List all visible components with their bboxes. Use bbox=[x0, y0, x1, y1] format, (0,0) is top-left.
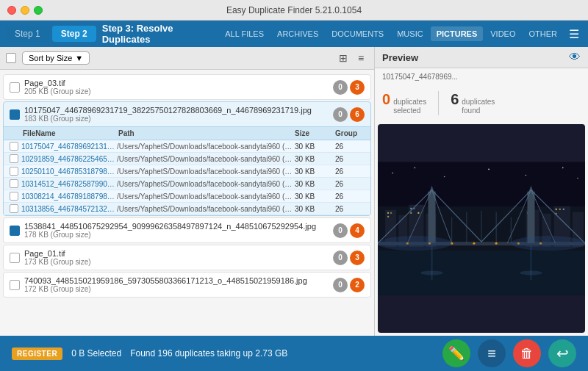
tab-all-files[interactable]: ALL FILES bbox=[219, 26, 270, 41]
tab-other[interactable]: OTHER bbox=[523, 26, 564, 41]
row-checkbox[interactable] bbox=[10, 179, 18, 188]
svg-point-60 bbox=[562, 168, 564, 169]
table-row[interactable]: 10308214_44678918879843_7628... /Users/Y… bbox=[4, 190, 370, 203]
view-toggle: ⊞ ≡ bbox=[336, 51, 368, 65]
row-checkbox[interactable] bbox=[10, 154, 18, 163]
svg-point-51 bbox=[420, 270, 442, 275]
group-size: 205 KB (Group size) bbox=[24, 87, 327, 96]
group-item-expanded: 10175047_44678969231719_3822575012782880… bbox=[3, 101, 371, 216]
table-header: FileName Path Size Group bbox=[4, 127, 370, 140]
row-filename: 10308214_44678918879843_7628... bbox=[21, 192, 117, 201]
duplicates-selected-label: duplicatesselected bbox=[393, 98, 426, 115]
table-row[interactable]: 10250110_44678531879823_7629... /Users/Y… bbox=[4, 165, 370, 178]
found-status: Found 196 duplicates taking up 2.73 GB bbox=[130, 348, 287, 359]
row-size: 30 KB bbox=[295, 143, 335, 151]
row-filename: 10313856_44678457213223_3659... bbox=[21, 205, 117, 213]
table-row[interactable]: 10291859_44678622546539_2003... /Users/Y… bbox=[4, 153, 370, 165]
group-filename: Page_01.tif bbox=[24, 249, 327, 258]
group-size: 183 KB (Group size) bbox=[24, 115, 327, 123]
tab-video[interactable]: VIDEO bbox=[484, 26, 521, 41]
traffic-lights bbox=[7, 6, 43, 15]
svg-rect-22 bbox=[563, 209, 564, 210]
duplicates-found-count: 6 bbox=[451, 91, 459, 108]
table-row[interactable]: 10175047_446789692131719_3822... /Users/… bbox=[4, 140, 370, 153]
stat-divider bbox=[438, 91, 439, 115]
selected-badge: 0 bbox=[333, 107, 348, 122]
group-checkbox[interactable] bbox=[10, 253, 20, 263]
nav-tabs: ALL FILES ARCHIVES DOCUMENTS MUSIC PICTU… bbox=[219, 26, 563, 41]
svg-rect-26 bbox=[527, 192, 534, 244]
group-size: 173 KB (Group size) bbox=[24, 258, 327, 266]
row-filename: 10314512_44678258799096_6518... bbox=[21, 180, 117, 188]
group-item: 1538841_448510675292954_9099962635849789… bbox=[3, 217, 371, 243]
maximize-button[interactable] bbox=[34, 6, 43, 15]
svg-point-54 bbox=[511, 236, 585, 251]
step2-button[interactable]: Step 2 bbox=[52, 26, 96, 42]
found-badge: 2 bbox=[350, 278, 365, 292]
eye-icon[interactable]: 👁 bbox=[569, 51, 581, 64]
undo-button[interactable]: ↩ bbox=[548, 339, 576, 367]
nav-bar: Step 1 Step 2 Step 3: Resolve Duplicates… bbox=[0, 21, 588, 47]
svg-point-61 bbox=[577, 178, 578, 179]
svg-rect-14 bbox=[410, 208, 412, 209]
svg-point-56 bbox=[415, 168, 416, 169]
selected-badge: 0 bbox=[333, 80, 348, 95]
row-size: 30 KB bbox=[295, 192, 335, 201]
group-header: 10175047_44678969231719_3822575012782880… bbox=[4, 102, 370, 126]
sort-button[interactable]: Sort by Size ▼ bbox=[22, 51, 90, 65]
main-content: Sort by Size ▼ ⊞ ≡ Page_03.tif 205 KB (G… bbox=[0, 47, 588, 336]
tab-archives[interactable]: ARCHIVES bbox=[271, 26, 324, 41]
svg-point-52 bbox=[520, 270, 542, 275]
edit-button[interactable]: ✏️ bbox=[442, 339, 470, 367]
col-group: Group bbox=[335, 129, 365, 137]
file-list: Page_03.tif 205 KB (Group size) 0 3 1017… bbox=[0, 70, 374, 336]
svg-rect-21 bbox=[559, 209, 561, 210]
selected-badge: 0 bbox=[333, 251, 348, 265]
group-checkbox[interactable] bbox=[10, 226, 20, 236]
tab-music[interactable]: MUSIC bbox=[391, 26, 429, 41]
col-filename: FileName bbox=[23, 129, 118, 137]
duplicates-selected-count: 0 bbox=[382, 91, 390, 108]
list-button[interactable]: ≡ bbox=[478, 339, 506, 367]
found-badge: 6 bbox=[350, 107, 365, 122]
group-checkbox[interactable] bbox=[10, 82, 20, 93]
row-checkbox[interactable] bbox=[10, 142, 18, 151]
row-group: 26 bbox=[335, 168, 365, 176]
row-path: /Users/YaphetS/Downloads/facebook-sandyt… bbox=[117, 168, 295, 176]
bridge-preview-svg bbox=[378, 124, 585, 333]
found-badge: 3 bbox=[350, 251, 365, 265]
list-view-icon[interactable]: ≡ bbox=[354, 51, 368, 65]
group-item: 740093_448515021959186_59730558033661712… bbox=[3, 272, 371, 298]
group-checkbox[interactable] bbox=[10, 109, 20, 120]
step1-button[interactable]: Step 1 bbox=[6, 26, 49, 42]
tab-documents[interactable]: DOCUMENTS bbox=[326, 26, 390, 41]
badge-container: 0 4 bbox=[333, 223, 365, 238]
preview-image-container bbox=[378, 124, 585, 333]
row-filename: 10175047_446789692131719_3822... bbox=[21, 143, 117, 151]
register-button[interactable]: REGISTER bbox=[12, 347, 62, 360]
table-row[interactable]: 10313856_44678457213223_3659... /Users/Y… bbox=[4, 203, 370, 215]
left-panel: Sort by Size ▼ ⊞ ≡ Page_03.tif 205 KB (G… bbox=[0, 47, 375, 336]
group-checkbox[interactable] bbox=[10, 280, 20, 290]
group-filename: 10175047_44678969231719_3822575012782880… bbox=[24, 106, 327, 115]
row-checkbox[interactable] bbox=[10, 204, 18, 213]
close-button[interactable] bbox=[7, 6, 16, 15]
select-all-checkbox[interactable] bbox=[6, 53, 16, 63]
svg-rect-13 bbox=[387, 216, 389, 217]
selected-badge: 0 bbox=[333, 278, 348, 292]
grid-view-icon[interactable]: ⊞ bbox=[336, 51, 351, 65]
minimize-button[interactable] bbox=[21, 6, 29, 15]
svg-rect-11 bbox=[387, 212, 389, 214]
trash-button[interactable]: 🗑 bbox=[513, 339, 541, 367]
row-checkbox[interactable] bbox=[10, 167, 18, 176]
hamburger-menu-icon[interactable]: ☰ bbox=[566, 27, 582, 41]
stat-found: 6 duplicatesfound bbox=[451, 91, 495, 115]
row-group: 26 bbox=[335, 205, 365, 213]
table-row[interactable]: 10314512_44678258799096_6518... /Users/Y… bbox=[4, 178, 370, 190]
group-size: 178 KB (Group size) bbox=[24, 231, 327, 239]
group-filename: 740093_448515021959186_59730558033661712… bbox=[24, 276, 327, 285]
row-checkbox[interactable] bbox=[10, 192, 18, 201]
found-badge: 3 bbox=[350, 80, 365, 95]
tab-pictures[interactable]: PICTURES bbox=[431, 26, 484, 41]
svg-point-45 bbox=[473, 242, 475, 245]
